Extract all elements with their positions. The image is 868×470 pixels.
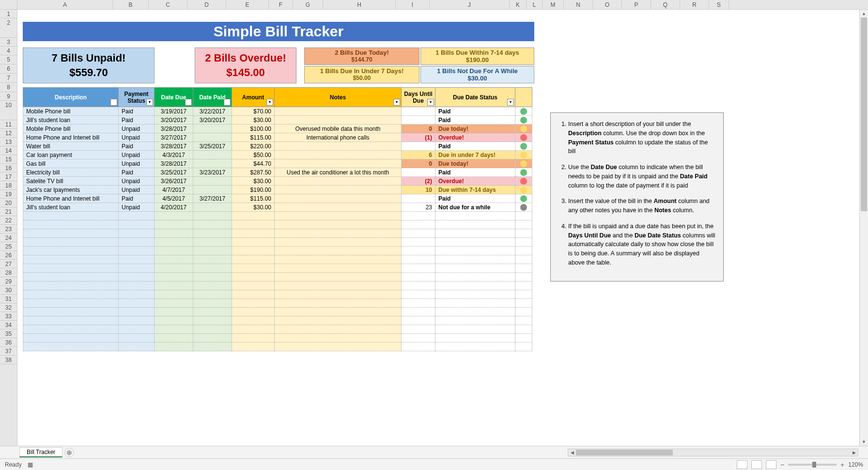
filter-icon[interactable]: ▾: [146, 99, 153, 106]
table-row[interactable]: [23, 308, 532, 316]
table-row[interactable]: [23, 247, 532, 255]
macro-icon[interactable]: ▦: [28, 461, 33, 468]
row-header[interactable]: 28: [0, 268, 17, 277]
column-header[interactable]: G: [293, 0, 323, 9]
table-row[interactable]: Satelite TV bill Unpaid 3/26/2017 $30.00…: [23, 177, 532, 186]
row-header[interactable]: 8: [0, 83, 17, 92]
vertical-scrollbar[interactable]: ▲ ▼: [859, 10, 868, 446]
row-header[interactable]: 16: [0, 164, 17, 172]
column-header[interactable]: C: [149, 0, 187, 9]
view-normal-button[interactable]: [737, 460, 747, 469]
column-header[interactable]: B: [113, 0, 149, 9]
row-header[interactable]: 7: [0, 74, 17, 83]
table-row[interactable]: [23, 212, 532, 220]
row-header[interactable]: 35: [0, 329, 17, 338]
column-header[interactable]: J: [430, 0, 510, 9]
column-header[interactable]: N: [564, 0, 593, 9]
column-header[interactable]: O: [593, 0, 622, 9]
filter-icon[interactable]: ▾: [427, 99, 434, 106]
row-header[interactable]: 20: [0, 199, 17, 207]
row-header[interactable]: 38: [0, 356, 17, 364]
table-row[interactable]: Home Phone and Intenet bill Unpaid 3/27/…: [23, 133, 532, 142]
table-row[interactable]: [23, 299, 532, 308]
column-header[interactable]: Q: [651, 0, 680, 9]
filter-icon[interactable]: ▾: [185, 99, 192, 106]
row-header[interactable]: 4: [0, 47, 17, 55]
row-header[interactable]: 36: [0, 338, 17, 347]
column-header[interactable]: K: [510, 0, 527, 9]
filter-icon[interactable]: ▾: [110, 99, 117, 106]
table-row[interactable]: [23, 273, 532, 282]
row-header[interactable]: 34: [0, 321, 17, 329]
row-header[interactable]: 9: [0, 92, 17, 101]
table-row[interactable]: [23, 282, 532, 290]
filter-icon[interactable]: ▾: [393, 99, 400, 106]
column-header[interactable]: H: [323, 0, 396, 9]
column-header[interactable]: E: [226, 0, 269, 9]
table-row[interactable]: Water bill Paid 3/28/2017 3/25/2017 $220…: [23, 142, 532, 151]
table-row[interactable]: [23, 290, 532, 299]
filter-icon[interactable]: ▾: [507, 99, 514, 106]
column-header[interactable]: A: [17, 0, 113, 9]
table-row[interactable]: Gas bill Unpaid 3/28/2017 $44.70 0 Due t…: [23, 159, 532, 168]
row-header[interactable]: 11: [0, 120, 17, 129]
add-sheet-button[interactable]: ⊕: [64, 448, 74, 457]
spreadsheet-grid[interactable]: Simple Bill Tracker 7 Bills Unpaid! $559…: [17, 10, 868, 446]
row-header[interactable]: 26: [0, 251, 17, 260]
table-row[interactable]: Electricity bill Paid 3/25/2017 3/23/201…: [23, 168, 532, 177]
table-row[interactable]: Jack's car lpayments Unpaid 4/7/2017 $19…: [23, 186, 532, 194]
table-row[interactable]: Jill's student loan Paid 3/20/2017 3/20/…: [23, 116, 532, 125]
view-page-break-button[interactable]: [766, 460, 776, 469]
sheet-tab-bill-tracker[interactable]: Bill Tracker: [19, 447, 62, 457]
row-header[interactable]: 33: [0, 312, 17, 321]
column-header[interactable]: F: [269, 0, 293, 9]
table-row[interactable]: Mobile Phone bill Unpaid 3/28/2017 $100.…: [23, 125, 532, 133]
select-all-corner[interactable]: [0, 0, 17, 9]
table-row[interactable]: [23, 220, 532, 229]
filter-icon[interactable]: ▾: [266, 99, 273, 106]
row-header[interactable]: 3: [0, 38, 17, 47]
row-header[interactable]: 1: [0, 10, 17, 18]
column-header[interactable]: P: [622, 0, 651, 9]
column-header[interactable]: M: [542, 0, 564, 9]
view-page-layout-button[interactable]: [751, 460, 762, 469]
row-header[interactable]: 24: [0, 234, 17, 242]
row-header[interactable]: 29: [0, 277, 17, 286]
table-row[interactable]: Car loan payment Unpaid 4/3/2017 $50.00 …: [23, 151, 532, 159]
table-row[interactable]: Jill's student loan Unpaid 4/20/2017 $30…: [23, 203, 532, 212]
zoom-out-button[interactable]: −: [780, 461, 784, 469]
zoom-in-button[interactable]: +: [840, 461, 844, 469]
table-row[interactable]: [23, 316, 532, 325]
filter-icon[interactable]: ▾: [224, 99, 231, 106]
table-row[interactable]: [23, 238, 532, 247]
row-header[interactable]: 18: [0, 181, 17, 190]
row-header[interactable]: 30: [0, 286, 17, 295]
row-header[interactable]: 13: [0, 138, 17, 146]
row-header[interactable]: 6: [0, 64, 17, 74]
table-row[interactable]: Mobile Phone bill Paid 3/19/2017 3/22/20…: [23, 107, 532, 116]
column-header[interactable]: L: [527, 0, 542, 9]
row-header[interactable]: 12: [0, 129, 17, 138]
table-row[interactable]: [23, 343, 532, 351]
column-header[interactable]: D: [187, 0, 226, 9]
row-header[interactable]: 31: [0, 295, 17, 303]
column-header[interactable]: S: [709, 0, 729, 9]
row-header[interactable]: 23: [0, 225, 17, 234]
row-header[interactable]: 15: [0, 155, 17, 164]
row-header[interactable]: 5: [0, 55, 17, 64]
row-header[interactable]: 19: [0, 190, 17, 199]
row-header[interactable]: 17: [0, 172, 17, 181]
row-header[interactable]: 14: [0, 146, 17, 155]
zoom-slider[interactable]: [788, 464, 837, 466]
row-header[interactable]: 21: [0, 207, 17, 216]
column-header[interactable]: I: [396, 0, 430, 9]
table-row[interactable]: [23, 325, 532, 334]
table-row[interactable]: Home Phone and Intenet bill Paid 4/5/201…: [23, 194, 532, 203]
row-header[interactable]: 32: [0, 303, 17, 312]
row-header[interactable]: 10: [0, 101, 17, 120]
table-row[interactable]: [23, 334, 532, 343]
horizontal-scrollbar[interactable]: ◀ ▶: [568, 449, 858, 456]
table-row[interactable]: [23, 255, 532, 264]
table-row[interactable]: [23, 264, 532, 273]
zoom-level[interactable]: 120%: [848, 461, 863, 468]
